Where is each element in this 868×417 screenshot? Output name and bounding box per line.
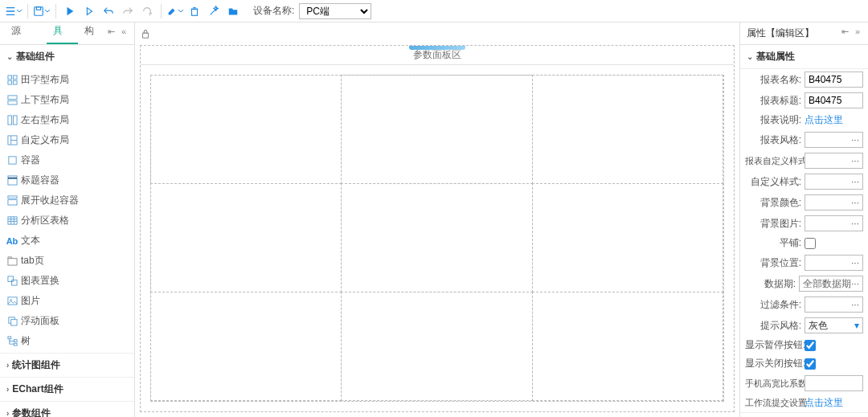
refresh-button[interactable] bbox=[138, 2, 156, 20]
grid-cell[interactable] bbox=[532, 183, 723, 292]
right-panel-title-bar: 属性【编辑区】 ⇤ » bbox=[740, 22, 868, 45]
svg-rect-8 bbox=[7, 100, 16, 104]
component-group-header[interactable]: ›EChart组件 bbox=[0, 377, 134, 401]
layout-grid[interactable] bbox=[150, 75, 724, 402]
svg-rect-7 bbox=[7, 96, 16, 100]
pin-icon[interactable]: ⇤ bbox=[105, 26, 117, 37]
report-title-input[interactable] bbox=[805, 92, 863, 108]
delete-button[interactable] bbox=[186, 2, 203, 20]
svg-rect-12 bbox=[8, 157, 15, 164]
device-label: 设备名称: bbox=[253, 4, 294, 18]
svg-rect-9 bbox=[7, 116, 11, 125]
show-pause-checkbox[interactable] bbox=[805, 340, 816, 351]
tab-icon bbox=[6, 256, 18, 267]
component-item[interactable]: 自定义布局 bbox=[0, 130, 134, 150]
section-fill[interactable]: ›回填属性 bbox=[740, 412, 868, 417]
grid4-icon bbox=[6, 75, 18, 86]
expand-icon bbox=[6, 195, 18, 206]
redo-button[interactable] bbox=[119, 2, 137, 20]
svg-rect-26 bbox=[14, 343, 17, 345]
filter-picker[interactable]: ··· bbox=[805, 296, 863, 313]
component-item[interactable]: 标题容器 bbox=[0, 170, 134, 190]
svg-rect-10 bbox=[13, 116, 17, 125]
bg-color-picker[interactable]: ··· bbox=[805, 194, 863, 211]
component-item[interactable]: 浮动面板 bbox=[0, 311, 134, 331]
svg-rect-4 bbox=[13, 76, 17, 80]
section-basic[interactable]: ⌄ 基础属性 bbox=[740, 45, 868, 69]
grid-cell[interactable] bbox=[532, 75, 723, 184]
svg-rect-15 bbox=[7, 200, 16, 206]
mobile-ratio-input[interactable] bbox=[805, 375, 863, 391]
component-item[interactable]: 分析区表格 bbox=[0, 211, 134, 231]
component-item[interactable]: Ab文本 bbox=[0, 231, 134, 251]
run-button[interactable] bbox=[61, 2, 79, 20]
wand-button[interactable] bbox=[205, 2, 223, 20]
grid-cell[interactable] bbox=[341, 292, 532, 401]
workflow-submit-link[interactable]: 点击这里 bbox=[805, 396, 843, 410]
component-group-header[interactable]: ›统计图组件 bbox=[0, 353, 134, 377]
svg-rect-3 bbox=[7, 76, 11, 80]
custom-style-picker[interactable]: ··· bbox=[805, 174, 863, 190]
grid-cell[interactable] bbox=[150, 183, 342, 292]
component-item[interactable]: tab页 bbox=[0, 251, 134, 271]
show-close-checkbox[interactable] bbox=[805, 358, 816, 370]
tile-checkbox[interactable] bbox=[805, 238, 816, 249]
design-canvas[interactable]: 参数面板区 bbox=[140, 45, 735, 412]
save-button[interactable] bbox=[33, 2, 51, 20]
component-item[interactable]: 容器 bbox=[0, 150, 134, 170]
undo-button[interactable] bbox=[100, 2, 117, 20]
component-item[interactable]: 田字型布局 bbox=[0, 70, 134, 90]
chevron-icon: › bbox=[6, 385, 9, 394]
pin-icon[interactable]: ⇤ bbox=[839, 26, 850, 37]
report-custom-style-picker[interactable]: ··· bbox=[805, 153, 863, 169]
grid-cell[interactable] bbox=[341, 75, 532, 184]
tab-datasource[interactable]: 数据源 bbox=[5, 22, 47, 44]
component-item[interactable]: 图片 bbox=[0, 291, 134, 311]
report-name-input[interactable] bbox=[805, 72, 863, 88]
lock-icon[interactable] bbox=[140, 28, 151, 39]
report-style-picker[interactable]: ··· bbox=[805, 132, 863, 148]
chevron-down-icon: ⌄ bbox=[747, 52, 753, 61]
component-item[interactable]: 图表置换 bbox=[0, 271, 134, 291]
component-item[interactable]: 上下型布局 bbox=[0, 90, 134, 110]
svg-rect-1 bbox=[36, 6, 40, 10]
swap-icon bbox=[6, 276, 18, 287]
menu-button[interactable] bbox=[5, 2, 23, 20]
component-group-header[interactable]: ›参数组件 bbox=[0, 401, 134, 417]
grid-cell[interactable] bbox=[341, 183, 532, 292]
grid-cell[interactable] bbox=[150, 292, 342, 401]
svg-rect-0 bbox=[35, 6, 43, 15]
data-period-picker[interactable]: 全部数据期··· bbox=[799, 276, 863, 292]
right-panel: 属性【编辑区】 ⇤ » ⌄ 基础属性 报表名称: 报表标题: 报表说明:点击这里… bbox=[739, 22, 868, 417]
component-item[interactable]: 展开收起容器 bbox=[0, 190, 134, 211]
close-icon[interactable]: « bbox=[118, 26, 129, 37]
text-icon: Ab bbox=[6, 235, 18, 247]
paint-button[interactable] bbox=[166, 2, 184, 20]
tab-tools[interactable]: 工具 bbox=[47, 22, 79, 44]
play-small-button[interactable] bbox=[80, 2, 98, 20]
left-panel: 数据源 工具 组件结构 ⇤ « ⌄基础组件田字型布局上下型布局左右型布局自定义布… bbox=[0, 22, 135, 417]
left-tabs: 数据源 工具 组件结构 ⇤ « bbox=[0, 22, 134, 45]
folder-button[interactable] bbox=[224, 2, 242, 20]
table-icon bbox=[6, 215, 18, 227]
close-icon[interactable]: » bbox=[852, 26, 863, 37]
stackh-icon bbox=[6, 115, 18, 126]
grid-cell[interactable] bbox=[150, 75, 342, 184]
svg-rect-24 bbox=[7, 337, 10, 339]
param-panel-header[interactable]: 参数面板区 bbox=[141, 46, 734, 65]
box-icon bbox=[6, 155, 18, 166]
bg-position-picker[interactable]: ··· bbox=[805, 255, 863, 271]
separator bbox=[161, 4, 162, 18]
bg-image-picker[interactable]: ··· bbox=[805, 215, 863, 231]
param-panel-label: 参数面板区 bbox=[413, 48, 461, 62]
report-desc-link[interactable]: 点击这里 bbox=[805, 113, 843, 127]
component-item[interactable]: 树 bbox=[0, 331, 134, 351]
svg-rect-27 bbox=[143, 33, 149, 38]
device-select[interactable]: PC端 bbox=[299, 3, 371, 19]
hint-style-select[interactable]: 灰色▾ bbox=[805, 317, 863, 333]
grid-cell[interactable] bbox=[532, 292, 723, 401]
component-group-header[interactable]: ⌄基础组件 bbox=[0, 45, 134, 68]
left-body: ⌄基础组件田字型布局上下型布局左右型布局自定义布局容器标题容器展开收起容器分析区… bbox=[0, 45, 134, 417]
component-item[interactable]: 左右型布局 bbox=[0, 110, 134, 130]
title-icon bbox=[6, 175, 18, 186]
